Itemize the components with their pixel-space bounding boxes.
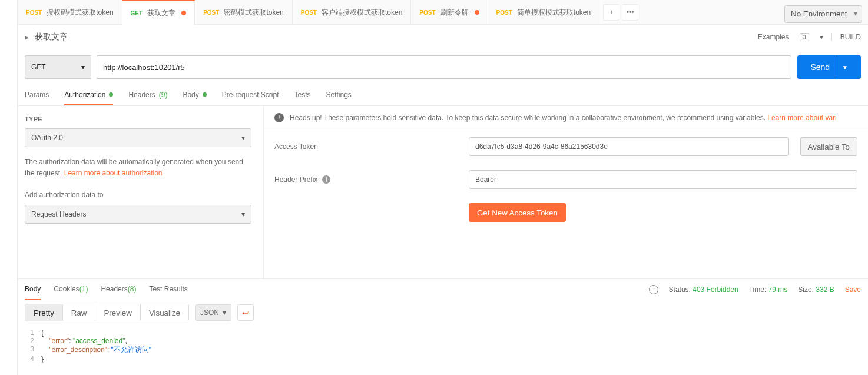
learn-variables-link[interactable]: Learn more about vari [767, 114, 836, 122]
code-line: "error_description": "不允许访问" [41, 345, 151, 355]
chevron-down-icon: ▾ [241, 210, 245, 218]
active-dot-icon [203, 92, 207, 97]
title-right: Examples 0 ▾ BUILD [758, 33, 861, 41]
tab-label: 客户端授权模式获取token [322, 8, 402, 18]
header-prefix-input[interactable] [469, 170, 857, 189]
response-tabs: Body Cookies (1) Headers (8) Test Result… [18, 279, 868, 300]
learn-authorization-link[interactable]: Learn more about authorization [64, 169, 163, 177]
method-badge: GET [131, 10, 143, 16]
environment-area: No Environment [778, 0, 868, 24]
left-rail [0, 0, 18, 375]
code-line: "error": "access_denied", [41, 337, 127, 345]
response-meta: Status: 403 Forbidden Time: 79 ms Size: … [649, 285, 861, 294]
code-line: { [41, 328, 44, 337]
method-value: GET [31, 63, 46, 71]
available-tokens-button[interactable]: Available To [800, 137, 857, 156]
chevron-down-icon: ▾ [223, 308, 226, 317]
auth-type-select[interactable]: OAuth 2.0 ▾ [25, 128, 251, 147]
request-title: 获取文章 [35, 32, 68, 42]
access-token-input[interactable] [469, 137, 789, 156]
response-body[interactable]: 1{ 2 "error": "access_denied", 3 "error_… [18, 325, 868, 375]
request-tab[interactable]: POST简单授权模式获取token [488, 0, 600, 25]
request-tabs-row: POST授权码模式获取tokenGET获取文章POST密码模式获取tokenPO… [18, 0, 868, 25]
line-number: 3 [18, 345, 41, 355]
chevron-down-icon[interactable]: ▼ [836, 55, 848, 79]
dirty-dot-icon [181, 11, 186, 15]
build-button[interactable]: BUILD [831, 33, 861, 41]
help-icon[interactable]: i [322, 175, 330, 184]
chevron-down-icon: ▾ [241, 134, 245, 142]
response-tab-body[interactable]: Body [25, 279, 41, 300]
response-tab-test-results[interactable]: Test Results [149, 279, 187, 300]
request-subtabs: Params Authorization Headers (9) Body Pr… [18, 85, 868, 106]
view-preview-button[interactable]: Preview [95, 304, 140, 321]
add-to-label: Add authorization data to [25, 191, 251, 199]
request-tab[interactable]: POST客户端授权模式获取token [293, 0, 412, 25]
tab-settings[interactable]: Settings [326, 85, 352, 105]
wrap-lines-button[interactable]: ⮐ [237, 304, 254, 321]
authorization-panel: TYPE OAuth 2.0 ▾ The authorization data … [18, 106, 868, 279]
url-input[interactable] [97, 55, 791, 79]
tab-label: 授权码模式获取token [47, 8, 113, 18]
request-tabs-host: POST授权码模式获取tokenGET获取文章POST密码模式获取tokenPO… [18, 0, 599, 24]
heads-up-banner: ! Heads up! These parameters hold sensit… [264, 106, 868, 130]
active-dot-icon [109, 92, 113, 97]
tab-label: 简单授权模式获取token [517, 8, 591, 18]
request-tab[interactable]: POST密码模式获取token [195, 0, 293, 25]
examples-label[interactable]: Examples [758, 33, 789, 41]
new-tab-button[interactable]: + [603, 4, 619, 21]
auth-type-value: OAuth 2.0 [31, 134, 63, 142]
view-visualize-button[interactable]: Visualize [141, 304, 188, 321]
heads-up-text: Heads up! These parameters hold sensitiv… [290, 114, 837, 122]
method-badge: POST [496, 9, 512, 16]
tab-options-button[interactable]: ••• [622, 4, 638, 21]
tab-label: 获取文章 [147, 8, 175, 18]
request-tab[interactable]: GET获取文章 [122, 0, 196, 25]
line-number: 2 [18, 337, 41, 345]
tab-pre-request-script[interactable]: Pre-request Script [222, 85, 279, 105]
response-tab-cookies[interactable]: Cookies (1) [54, 279, 88, 300]
tab-params[interactable]: Params [25, 85, 49, 105]
main-area: POST授权码模式获取tokenGET获取文章POST密码模式获取tokenPO… [18, 0, 868, 375]
method-badge: POST [419, 9, 435, 16]
send-label: Send [810, 62, 830, 72]
status-block: Status: 403 Forbidden [669, 286, 738, 294]
view-mode-segment: Pretty Raw Preview Visualize [25, 304, 189, 321]
line-number: 4 [18, 355, 41, 363]
environment-select-wrap[interactable]: No Environment [784, 5, 862, 23]
chevron-down-icon: ▾ [81, 63, 85, 71]
size-block: Size: 332 B [798, 286, 834, 294]
tabs-actions: + ••• [599, 0, 642, 24]
type-label: TYPE [25, 115, 251, 122]
tab-body[interactable]: Body [183, 85, 206, 105]
method-badge: POST [203, 9, 219, 16]
header-prefix-label: Header Prefixi [274, 175, 457, 184]
auth-note: The authorization data will be automatic… [25, 157, 251, 179]
save-response-button[interactable]: Save [845, 286, 861, 294]
get-new-access-token-button[interactable]: Get New Access Token [469, 203, 566, 222]
tab-label: 刷新令牌 [440, 8, 469, 18]
chevron-down-icon[interactable]: ▾ [820, 33, 823, 41]
format-dropdown[interactable]: JSON▾ [195, 304, 231, 321]
tab-label: 密码模式获取token [224, 8, 283, 18]
view-pretty-button[interactable]: Pretty [25, 304, 63, 321]
view-raw-button[interactable]: Raw [63, 304, 96, 321]
request-tab[interactable]: POST授权码模式获取token [18, 0, 122, 25]
add-to-select[interactable]: Request Headers ▾ [25, 205, 251, 224]
warning-icon: ! [274, 113, 284, 122]
collapse-icon[interactable]: ▸ [25, 32, 29, 42]
response-toolbar: Pretty Raw Preview Visualize JSON▾ ⮐ [18, 300, 868, 325]
send-button[interactable]: Send ▼ [797, 55, 861, 79]
dirty-dot-icon [475, 10, 479, 15]
request-tab[interactable]: POST刷新令牌 [411, 0, 488, 25]
response-tab-headers[interactable]: Headers (8) [101, 279, 136, 300]
globe-icon[interactable] [649, 285, 658, 294]
environment-select[interactable]: No Environment [784, 5, 862, 23]
tab-headers[interactable]: Headers (9) [128, 85, 167, 105]
tab-tests[interactable]: Tests [294, 85, 310, 105]
url-row: GET ▾ Send ▼ [18, 49, 868, 85]
method-dropdown[interactable]: GET ▾ [25, 55, 91, 79]
add-to-value: Request Headers [31, 210, 86, 218]
tab-authorization[interactable]: Authorization [64, 85, 113, 105]
access-token-label: Access Token [274, 142, 457, 151]
